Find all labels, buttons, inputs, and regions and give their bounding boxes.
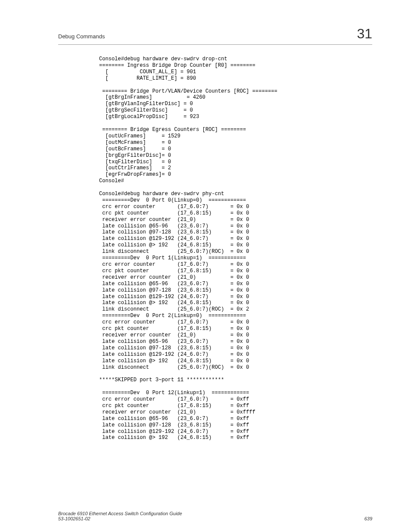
footer-page-number: 639 xyxy=(364,516,372,521)
page-footer: Brocade 6910 Ethernet Access Switch Conf… xyxy=(58,511,372,521)
header-chapter-number: 31 xyxy=(357,26,372,42)
footer-doc-number: 53-1002651-02 xyxy=(58,516,182,521)
page-header: Debug Commands 31 xyxy=(58,26,372,45)
page-container: Debug Commands 31 Console#debug hardware… xyxy=(0,0,411,532)
footer-left: Brocade 6910 Ethernet Access Switch Conf… xyxy=(58,511,182,521)
header-section-title: Debug Commands xyxy=(58,33,105,40)
console-output: Console#debug hardware dev-swdrv drop-cn… xyxy=(99,56,381,441)
footer-doc-title: Brocade 6910 Ethernet Access Switch Conf… xyxy=(58,511,182,516)
content-area: Console#debug hardware dev-swdrv drop-cn… xyxy=(99,56,381,441)
